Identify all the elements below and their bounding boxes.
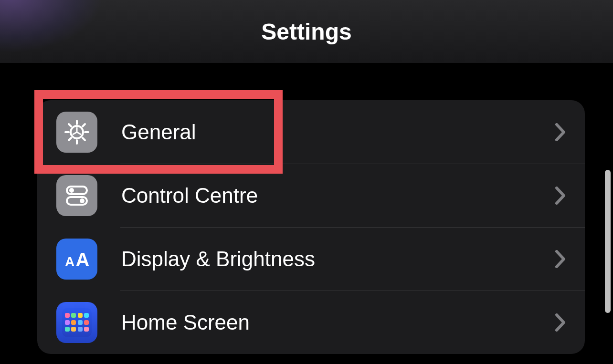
chevron-right-icon — [555, 250, 566, 268]
svg-point-15 — [80, 198, 85, 203]
row-home-screen[interactable]: Home Screen — [37, 291, 585, 354]
svg-line-10 — [77, 132, 81, 135]
row-content: Home Screen — [56, 291, 566, 354]
row-content: Control Centre — [56, 164, 566, 227]
row-label-general: General — [121, 120, 555, 144]
row-label-homescreen: Home Screen — [121, 311, 555, 334]
page-title: Settings — [261, 19, 351, 45]
svg-line-7 — [69, 138, 71, 140]
svg-line-8 — [83, 138, 85, 140]
row-content: A A Display & Brightness — [56, 227, 566, 291]
svg-point-13 — [69, 188, 74, 193]
toggles-icon — [56, 175, 97, 216]
gear-icon — [56, 112, 97, 153]
svg-line-11 — [73, 132, 77, 135]
svg-text:A: A — [76, 249, 90, 270]
home-screen-icon — [56, 302, 97, 343]
svg-line-6 — [83, 124, 85, 126]
row-display-brightness[interactable]: A A Display & Brightness — [37, 227, 585, 291]
settings-header: Settings — [0, 0, 613, 63]
svg-line-5 — [69, 124, 71, 126]
row-content: General — [56, 100, 566, 164]
row-general[interactable]: General — [37, 100, 585, 164]
chevron-right-icon — [555, 123, 566, 141]
row-label-display: Display & Brightness — [121, 247, 555, 271]
text-size-icon: A A — [56, 239, 97, 280]
row-control-centre[interactable]: Control Centre — [37, 164, 585, 227]
svg-text:A: A — [65, 254, 74, 269]
row-label-control: Control Centre — [121, 184, 555, 208]
chevron-right-icon — [555, 187, 566, 205]
scrollbar[interactable] — [605, 170, 611, 313]
chevron-right-icon — [555, 313, 566, 332]
settings-list: General Control Centre — [37, 100, 585, 354]
